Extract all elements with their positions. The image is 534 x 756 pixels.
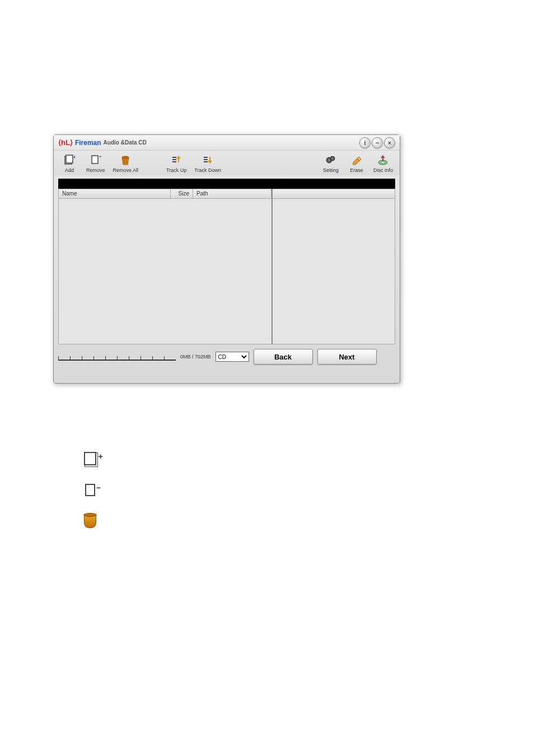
track-down-icon — [202, 154, 214, 166]
gear-icon — [325, 154, 337, 166]
title-brand: Fireman — [75, 139, 101, 147]
bottom-bar: 0MB / 702MB CD Back Next — [54, 344, 400, 369]
erase-label: Erase — [350, 167, 363, 173]
app-title: ⟨hL⟩ Fireman Audio &Data CD — [58, 138, 147, 147]
remove-all-label: Remove All — [113, 167, 139, 173]
icon-legend — [81, 451, 99, 529]
close-button[interactable]: × — [384, 137, 395, 148]
remove-all-button[interactable]: Remove All — [113, 154, 139, 173]
remove-label: Remove — [86, 167, 105, 173]
track-down-label: Track Down — [194, 167, 221, 173]
track-up-icon — [170, 154, 182, 166]
next-button[interactable]: Next — [317, 349, 377, 365]
svg-text:−: − — [99, 155, 101, 160]
remove-all-icon-large — [81, 514, 99, 529]
setting-button[interactable]: Setting — [322, 154, 340, 173]
column-headers: Name Size Path — [58, 189, 395, 199]
capacity-text: 0MB / 702MB — [180, 354, 211, 360]
capacity-ruler — [58, 353, 176, 361]
minimize-button[interactable]: − — [372, 137, 383, 148]
title-subtitle: Audio &Data CD — [104, 139, 147, 146]
svg-text:+: + — [73, 155, 75, 160]
remove-icon: − — [90, 154, 102, 166]
remove-icon-large — [81, 482, 99, 498]
disc-info-label: Disc Info — [373, 167, 393, 173]
column-size[interactable]: Size — [171, 189, 193, 198]
header-bar — [58, 179, 395, 189]
back-button[interactable]: Back — [254, 349, 313, 365]
pane-divider[interactable] — [271, 189, 273, 344]
add-icon: + — [63, 154, 76, 166]
disc-info-button[interactable]: Disc Info — [373, 154, 393, 173]
track-down-button[interactable]: Track Down — [194, 154, 221, 173]
media-select[interactable]: CD — [216, 352, 249, 362]
track-up-label: Track Up — [166, 167, 186, 173]
erase-icon — [350, 154, 363, 166]
column-path[interactable]: Path — [193, 189, 271, 198]
setting-label: Setting — [323, 167, 339, 173]
add-label: Add — [65, 167, 74, 173]
file-list[interactable] — [58, 199, 395, 344]
svg-point-18 — [331, 158, 333, 160]
flame-icon: ⟨hL⟩ — [58, 138, 73, 147]
svg-point-16 — [328, 159, 330, 161]
remove-all-icon — [119, 154, 132, 166]
window-controls: i − × — [359, 137, 395, 148]
add-icon-large — [81, 451, 99, 466]
add-button[interactable]: + Add — [60, 154, 78, 173]
remove-button[interactable]: − Remove — [86, 154, 105, 173]
svg-rect-1 — [66, 155, 73, 163]
app-window: ⟨hL⟩ Fireman Audio &Data CD i − × + Add … — [53, 134, 400, 384]
erase-button[interactable]: Erase — [348, 154, 366, 173]
svg-point-20 — [382, 162, 384, 163]
svg-rect-3 — [92, 156, 98, 164]
disc-info-icon — [377, 154, 389, 166]
svg-point-5 — [122, 156, 129, 158]
toolbar: + Add − Remove Remove All — [54, 151, 400, 175]
titlebar: ⟨hL⟩ Fireman Audio &Data CD i − × — [54, 135, 400, 151]
info-button[interactable]: i — [359, 137, 371, 148]
column-name[interactable]: Name — [59, 189, 171, 198]
track-up-button[interactable]: Track Up — [166, 154, 186, 173]
